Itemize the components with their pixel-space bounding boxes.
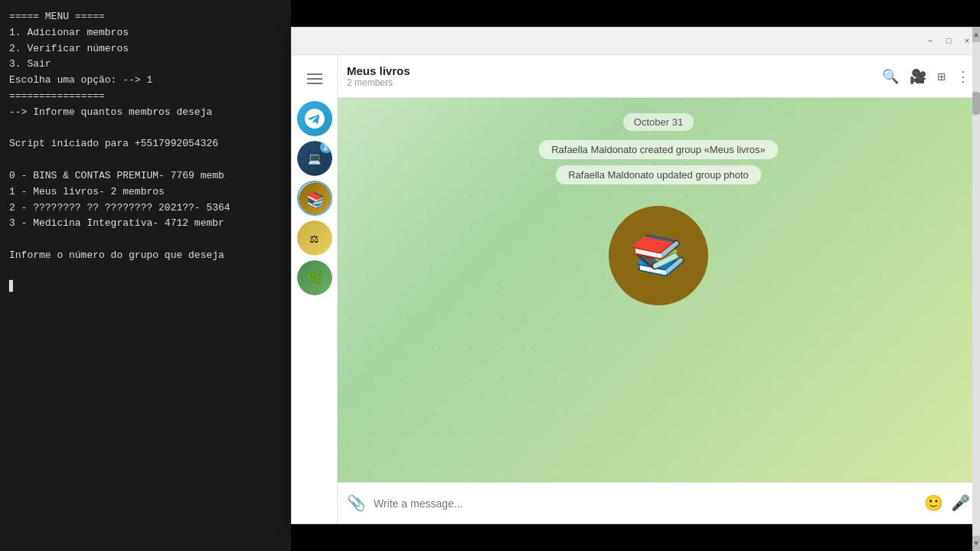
more-options-icon[interactable]: ⋮ xyxy=(956,68,970,85)
sidebar-chat-3-law[interactable]: ⚖ xyxy=(297,220,332,256)
terminal-line: 2. Verificar números xyxy=(9,41,282,57)
terminal-panel: ===== MENU =====1. Adicionar membros2. V… xyxy=(0,0,291,551)
terminal-line: --> Informe quantos membros deseja xyxy=(9,105,282,121)
microphone-icon[interactable]: 🎤 xyxy=(951,494,970,513)
sidebar-chat-1[interactable]: 💻 2 xyxy=(297,141,332,176)
scroll-up-arrow[interactable]: ▲ xyxy=(972,27,980,42)
system-message-photo: Rafaella Maldonato updated group photo xyxy=(556,165,761,184)
emoji-icon[interactable]: 🙂 xyxy=(924,494,943,513)
window-scrollbar[interactable]: ▲ ▼ xyxy=(972,27,980,551)
chat-header: Meus livros 2 members 🔍 🎥 ⊞ ⋮ xyxy=(338,55,979,98)
chat-subtitle: 2 members xyxy=(347,77,874,88)
window-titlebar: − □ × xyxy=(292,28,979,55)
telegram-body: 💻 2 📚 ⚖ 🌿 xyxy=(292,55,979,523)
unread-badge: 2 xyxy=(320,141,332,153)
telegram-sidebar: 💻 2 📚 ⚖ 🌿 xyxy=(292,55,338,523)
close-button[interactable]: × xyxy=(961,35,973,47)
chat-title: Meus livros xyxy=(347,64,874,77)
terminal-line: 3 - Medicina Integrativa- 4712 membr xyxy=(9,216,282,232)
scroll-down-arrow[interactable]: ▼ xyxy=(972,536,980,551)
attach-icon[interactable]: 📎 xyxy=(347,494,366,513)
terminal-line: Escolha uma opção: --> 1 xyxy=(9,73,282,89)
terminal-line xyxy=(9,121,282,137)
chat-title-section: Meus livros 2 members xyxy=(347,64,874,88)
chat-input-bar: 📎 🙂 🎤 xyxy=(338,482,979,523)
terminal-line: 3. Sair xyxy=(9,57,282,73)
terminal-line xyxy=(9,152,282,168)
terminal-line xyxy=(9,232,282,248)
scroll-thumb[interactable] xyxy=(972,92,980,115)
terminal-line: ===== MENU ===== xyxy=(9,9,282,25)
sidebar-chat-2-books[interactable]: 📚 xyxy=(297,181,332,216)
maximize-button[interactable]: □ xyxy=(942,35,955,47)
telegram-window: − □ × 💻 2 xyxy=(291,27,980,524)
telegram-chat: Meus livros 2 members 🔍 🎥 ⊞ ⋮ October 31… xyxy=(338,55,979,523)
scroll-track[interactable] xyxy=(972,42,980,536)
group-photo: 📚 xyxy=(609,206,708,305)
telegram-logo-icon[interactable] xyxy=(297,101,332,136)
cursor-area: ▋ xyxy=(9,279,282,295)
date-separator: October 31 xyxy=(623,113,694,131)
terminal-line: 1. Adicionar membros xyxy=(9,25,282,41)
video-call-icon[interactable]: 🎥 xyxy=(910,68,926,85)
terminal-line: 2 - ???????? ?? ???????? 2021??- 5364 xyxy=(9,201,282,217)
hamburger-menu[interactable] xyxy=(297,61,332,96)
terminal-line: Informe o número do grupo que deseja xyxy=(9,248,282,264)
system-message-created: Rafaella Maldonato created group «Meus l… xyxy=(539,140,778,159)
minimize-button[interactable]: − xyxy=(924,35,936,47)
chat-messages-area: October 31 Rafaella Maldonato created gr… xyxy=(338,98,979,482)
books-icon: 📚 xyxy=(626,223,691,288)
search-icon[interactable]: 🔍 xyxy=(882,68,899,85)
terminal-line: 0 - BINS & CONTAS PREMIUM- 7769 memb xyxy=(9,168,282,184)
terminal-line: 1 - Meus livros- 2 membros xyxy=(9,184,282,201)
chat-header-icons: 🔍 🎥 ⊞ ⋮ xyxy=(882,68,970,85)
message-input[interactable] xyxy=(374,497,916,510)
terminal-line: ================ xyxy=(9,89,282,105)
terminal-line: Script iniciado para +5517992054326 xyxy=(9,136,282,152)
terminal-output: ===== MENU =====1. Adicionar membros2. V… xyxy=(9,9,282,264)
sidebar-chat-4-medicine[interactable]: 🌿 xyxy=(297,260,332,295)
columns-icon[interactable]: ⊞ xyxy=(937,68,946,85)
